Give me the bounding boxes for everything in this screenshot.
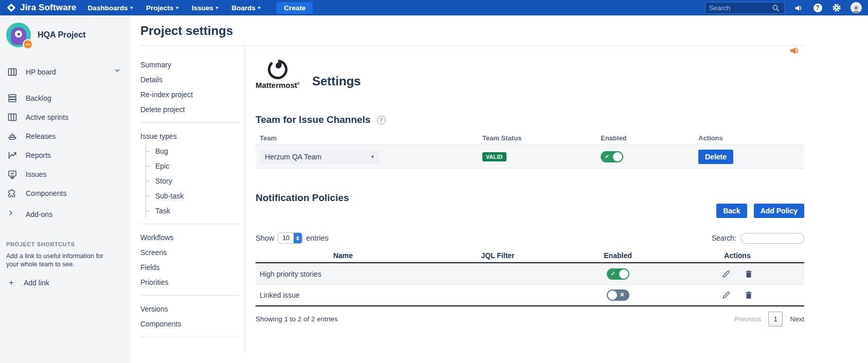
top-navbar: Jira Software Dashboards ▾ Projects ▾ Is…: [0, 0, 868, 15]
sidebar-item-reports[interactable]: Reports: [6, 146, 125, 165]
search-icon[interactable]: [770, 3, 781, 13]
trash-icon[interactable]: [744, 269, 753, 279]
jira-logo-icon: [6, 3, 16, 13]
page-size-select[interactable]: 10: [278, 232, 302, 244]
settings-nav-epic[interactable]: Epic: [146, 158, 245, 173]
user-avatar[interactable]: [851, 2, 862, 13]
settings-nav-priorities[interactable]: Priorities: [140, 275, 245, 289]
check-icon: ✓: [611, 270, 616, 277]
menu-dashboards[interactable]: Dashboards ▾: [87, 4, 133, 12]
sidebar-item-releases[interactable]: Releases: [6, 126, 125, 146]
brand-name: Jira Software: [20, 3, 76, 13]
page-number-button[interactable]: 1: [768, 312, 783, 326]
policy-enabled-toggle[interactable]: ✓ ✕: [607, 289, 629, 301]
sidebar-item-addons[interactable]: Add-ons: [6, 205, 125, 224]
plugin-settings-content: Mattermost® Settings Team for Issue Chan…: [245, 46, 868, 353]
sidebar-item-label: Backlog: [26, 94, 51, 102]
team-table-row: Herzum QA Team ▾ VALID ✓ ✕: [256, 145, 804, 169]
x-icon: ✕: [620, 292, 624, 298]
settings-nav-fields[interactable]: Fields: [140, 260, 245, 275]
board-icon: [7, 67, 17, 77]
sidebar-item-components[interactable]: Components: [6, 184, 125, 203]
project-header[interactable]: <> HQA Project: [6, 23, 125, 47]
shortcuts-title: PROJECT SHORTCUTS: [6, 241, 125, 247]
edit-pencil-icon[interactable]: [721, 269, 731, 279]
col-name[interactable]: Name: [256, 251, 430, 260]
sidebar-item-active-sprints[interactable]: Active sprints: [6, 107, 125, 126]
back-button[interactable]: Back: [716, 204, 747, 218]
mattermost-wordmark: Mattermost®: [256, 81, 300, 89]
menu-boards-label: Boards: [231, 4, 256, 12]
shortcuts-description: Add a link to useful information for you…: [6, 252, 117, 268]
policies-toolbar: Back Add Policy: [256, 204, 804, 218]
policy-enabled-toggle[interactable]: ✓ ✕: [607, 268, 629, 280]
settings-nav-subtask[interactable]: Sub-task: [146, 188, 245, 203]
settings-nav-summary[interactable]: Summary: [140, 57, 245, 72]
help-question-glyph: ?: [813, 4, 822, 12]
menu-projects[interactable]: Projects ▾: [146, 4, 178, 12]
settings-nav-versions[interactable]: Versions: [140, 301, 245, 316]
settings-nav-workflows[interactable]: Workflows: [140, 230, 245, 245]
team-status-badge: VALID: [482, 152, 507, 161]
create-button[interactable]: Create: [277, 2, 313, 14]
sidebar-item-label: Issues: [26, 170, 46, 178]
search-label: Search:: [712, 234, 736, 242]
chevron-down-icon: [114, 67, 124, 77]
add-link-label: Add link: [24, 279, 49, 287]
delete-team-button[interactable]: Delete: [698, 150, 733, 164]
col-actions: Actions: [694, 134, 804, 142]
settings-nav-details[interactable]: Details: [140, 72, 245, 87]
sidebar-item-label: Releases: [26, 132, 56, 140]
settings-nav-story[interactable]: Story: [146, 173, 245, 188]
feedback-megaphone-icon[interactable]: [793, 3, 804, 13]
team-enabled-toggle[interactable]: ✓ ✕: [601, 151, 623, 162]
edit-pencil-icon[interactable]: [721, 291, 731, 300]
navbar-search[interactable]: [705, 2, 785, 14]
add-policy-button[interactable]: Add Policy: [754, 204, 804, 218]
nav-divider: [140, 122, 240, 123]
mattermost-logo: Mattermost®: [256, 58, 300, 89]
plugin-header: Mattermost® Settings: [256, 58, 804, 89]
settings-nav-screens[interactable]: Screens: [140, 245, 245, 260]
chevron-down-icon: ▾: [258, 5, 261, 10]
trash-icon[interactable]: [744, 291, 753, 300]
project-avatar: <>: [6, 23, 31, 47]
col-jql-filter[interactable]: JQL Filter: [430, 251, 565, 260]
menu-boards[interactable]: Boards ▾: [231, 4, 260, 12]
help-icon[interactable]: ?: [377, 116, 386, 124]
settings-nav-components[interactable]: Components: [140, 316, 245, 331]
navbar-search-input[interactable]: [709, 4, 770, 12]
add-link-button[interactable]: + Add link: [6, 278, 125, 288]
sidebar-item-label: Components: [26, 189, 66, 197]
next-page-button[interactable]: Next: [790, 315, 804, 323]
settings-nav-task[interactable]: Task: [146, 203, 245, 218]
previous-page-button[interactable]: Previous: [734, 315, 762, 323]
table-search: Search:: [712, 233, 804, 244]
navbar-menu: Dashboards ▾ Projects ▾ Issues ▾ Boards …: [87, 4, 260, 12]
team-select-value: Herzum QA Team: [265, 153, 321, 161]
navbar-left: Jira Software Dashboards ▾ Projects ▾ Is…: [6, 2, 313, 14]
col-actions[interactable]: Actions: [671, 251, 804, 260]
settings-nav-reindex[interactable]: Re-index project: [140, 87, 245, 102]
pagination: Previous 1 Next: [734, 312, 804, 326]
settings-nav-delete-project[interactable]: Delete project: [140, 102, 245, 117]
settings-nav-issue-types[interactable]: Issue types: [140, 129, 245, 143]
jira-brand[interactable]: Jira Software: [6, 3, 76, 13]
settings-nav-bug[interactable]: Bug: [146, 143, 245, 158]
policies-table-footer: Showing 1 to 2 of 2 entries Previous 1 N…: [256, 312, 804, 326]
menu-issues[interactable]: Issues ▾: [192, 4, 219, 12]
gear-icon[interactable]: [831, 3, 842, 13]
help-icon[interactable]: ?: [812, 3, 823, 13]
col-enabled[interactable]: Enabled: [565, 251, 671, 260]
software-project-badge-icon: <>: [23, 39, 33, 49]
team-table-header: Team Team Status Enabled Actions: [256, 132, 804, 145]
team-select[interactable]: Herzum QA Team ▾: [260, 150, 379, 164]
policies-search-input[interactable]: [740, 233, 804, 244]
sidebar-item-backlog[interactable]: Backlog: [6, 88, 125, 107]
team-section-header: Team for Issue Channels ?: [256, 114, 804, 125]
issues-icon: [7, 169, 17, 179]
sidebar-item-issues[interactable]: Issues: [6, 165, 125, 184]
sidebar-item-board[interactable]: HP board: [6, 63, 125, 81]
announcement-icon[interactable]: [789, 45, 800, 56]
page-size-control: Show 10 entries: [256, 232, 329, 244]
